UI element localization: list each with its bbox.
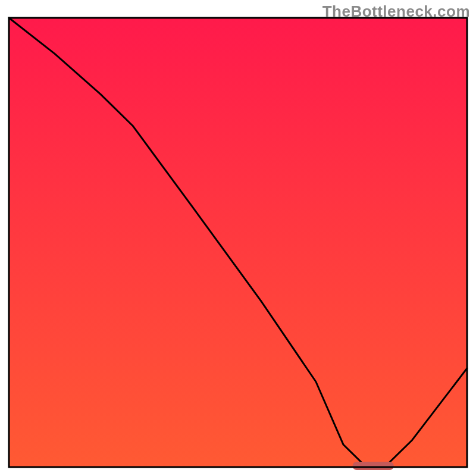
optimal-range-marker <box>353 462 394 470</box>
chart-stage: TheBottleneck.com <box>0 0 476 476</box>
attribution-label: TheBottleneck.com <box>322 2 470 21</box>
chart-svg <box>0 0 476 476</box>
plot-background <box>9 18 467 467</box>
